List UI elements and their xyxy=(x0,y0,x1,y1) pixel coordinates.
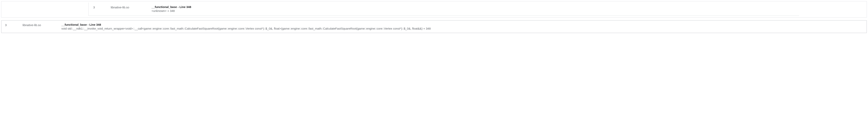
stack-frame-row[interactable]: 3 libnative-lib.so __functional_base - L… xyxy=(3,22,865,31)
frame-index: 3 xyxy=(5,23,23,27)
stack-frame-row[interactable]: 3 libnative-lib.so __functional_base - L… xyxy=(89,2,799,16)
frame-symbol: <unknown> + 348 xyxy=(152,9,795,13)
frame-detail: __functional_base - Line 348 void std::_… xyxy=(61,23,863,31)
frame-detail: __functional_base - Line 348 <unknown> +… xyxy=(152,5,795,13)
stack-frame-panel-collapsed: 3 libnative-lib.so __functional_base - L… xyxy=(1,1,867,18)
frame-library: libnative-lib.so xyxy=(23,23,61,27)
frame-title: __functional_base - Line 348 xyxy=(152,5,795,8)
stack-frame-inner-table: 3 libnative-lib.so __functional_base - L… xyxy=(88,2,799,16)
frame-title: __functional_base - Line 348 xyxy=(61,23,863,26)
stack-frame-panel-expanded: 3 libnative-lib.so __functional_base - L… xyxy=(1,20,867,33)
frame-index: 3 xyxy=(93,5,111,9)
frame-symbol: void std::__ndk1::__invoke_void_return_w… xyxy=(61,27,863,31)
frame-library: libnative-lib.so xyxy=(111,5,152,9)
